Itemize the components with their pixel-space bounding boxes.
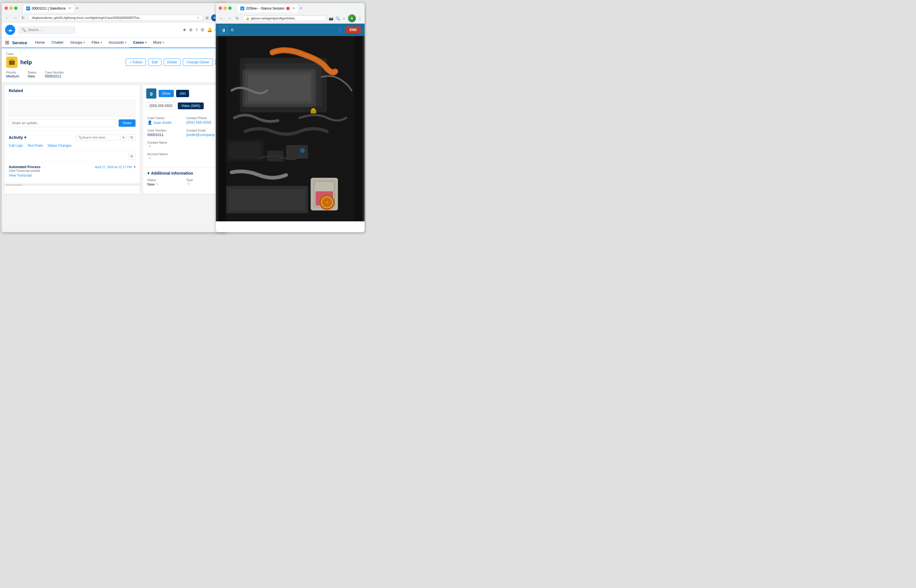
close-button[interactable]	[5, 6, 8, 10]
glance-title-bar: g 2fJ5irw- - Glance Session ✕ +	[216, 3, 364, 13]
account-name-edit-icon[interactable]: ✎	[149, 156, 151, 160]
sf-help-icon[interactable]: ?	[196, 27, 198, 32]
glance-star-icon[interactable]: ☆	[342, 16, 346, 21]
sf-new-tab-button[interactable]: +	[76, 6, 78, 11]
additional-info-toggle[interactable]: ▾ Additional Information	[147, 171, 220, 175]
type-edit-icon[interactable]: ✎	[188, 182, 190, 186]
minimize-button[interactable]	[9, 6, 13, 10]
feed-refresh-button[interactable]: ↻	[128, 153, 136, 160]
contact-email-value[interactable]: jsmith@company....	[186, 132, 218, 137]
glance-end-button[interactable]: END	[346, 26, 361, 33]
sf-nav-cases[interactable]: Cases ▾	[129, 37, 150, 48]
glance-join-button[interactable]: Join	[176, 90, 189, 97]
edit-button[interactable]: Edit	[148, 58, 162, 66]
case-owner-name[interactable]: Joan Smith	[153, 121, 172, 125]
activity-filter-button[interactable]: ≡	[120, 134, 126, 141]
sf-scrollbar-thumb[interactable]	[5, 184, 22, 186]
sf-app-name: Service	[12, 40, 27, 45]
sf-notifications-icon[interactable]: 🔔	[207, 27, 212, 32]
sf-grid-icon[interactable]: ⊞	[5, 39, 9, 45]
glance-app-header: g ⚙ 👤 END	[216, 24, 364, 36]
sf-address-bar[interactable]: dhglancedemo--g4sf3x.lightning.force.com…	[28, 15, 204, 21]
contact-email-label: Contact Email	[186, 129, 220, 132]
sf-nav-home[interactable]: Home	[32, 37, 48, 48]
glance-forward-button[interactable]: →	[227, 16, 232, 21]
sf-browser-tab[interactable]: SF 00001011 | Salesforce ✕	[23, 4, 74, 12]
chatter-post-area	[9, 100, 136, 117]
contact-phone-value[interactable]: (555) 555-5555	[186, 120, 211, 124]
activity-item-dropdown[interactable]: ▾	[134, 165, 136, 169]
glance-address-bar[interactable]: 🔒 glance.net/agentjoin/AgentView...	[242, 16, 327, 21]
glance-settings-icon[interactable]: ⚙	[230, 27, 234, 32]
activity-title: Activity ▾	[9, 135, 26, 140]
glance-minimize-button[interactable]	[223, 6, 227, 10]
activity-refresh-button[interactable]: ↻	[128, 134, 136, 141]
view-transcript-link[interactable]: View Transcript	[9, 173, 32, 178]
activity-item: Automated Process Chat Transcript posted…	[9, 162, 136, 180]
case-number: Case Number 00001011	[45, 71, 64, 78]
sf-back-button[interactable]: ←	[5, 16, 10, 20]
glance-menu-icon[interactable]: ⋮	[358, 16, 362, 21]
glance-zoom-icon[interactable]: 🔍	[336, 16, 340, 21]
sf-reload-button[interactable]: ↻	[20, 16, 26, 20]
sf-nav-files[interactable]: Files ▾	[88, 37, 105, 48]
share-update-input[interactable]	[9, 119, 117, 127]
glance-tab-close[interactable]: ✕	[293, 6, 295, 10]
sf-nav-chatter[interactable]: Chatter	[48, 37, 67, 48]
glance-tab-bar: g 2fJ5irw- - Glance Session ✕ +	[234, 4, 305, 12]
glance-close-button[interactable]	[218, 6, 222, 10]
share-button[interactable]: Share	[119, 120, 136, 127]
activity-tab-call-logs[interactable]: Call Logs	[9, 144, 23, 150]
svg-text:☁: ☁	[8, 27, 12, 32]
glance-browser-tab[interactable]: g 2fJ5irw- - Glance Session ✕	[237, 4, 299, 12]
account-name-field: Account Name ✎	[147, 152, 220, 160]
sf-bookmark-icon[interactable]: ☆	[197, 16, 200, 20]
sf-add-icon[interactable]: ⊕	[189, 27, 193, 32]
glance-new-tab-button[interactable]: +	[300, 6, 302, 11]
sf-nav-accounts-arrow: ▾	[125, 41, 126, 44]
glance-user-avatar[interactable]: A	[348, 15, 356, 22]
contact-name-edit-icon[interactable]: ✎	[149, 145, 151, 149]
change-owner-button[interactable]: Change Owner	[183, 58, 213, 66]
sf-nav-groups[interactable]: Groups ▾	[67, 37, 89, 48]
activity-item-header: Automated Process Chat Transcript posted…	[9, 165, 136, 172]
glance-camera-icon[interactable]: 📷	[329, 16, 333, 21]
activity-poster: Automated Process	[9, 165, 40, 169]
sf-window-controls	[5, 6, 18, 10]
type-label: Type	[186, 178, 220, 182]
case-title-row: help + Follow Edit Delete Change Owner ▾	[6, 57, 222, 68]
activity-dropdown-icon[interactable]: ▾	[24, 135, 26, 140]
glance-record-icon	[286, 7, 290, 10]
sf-search-input[interactable]	[28, 28, 67, 32]
sf-tab-close[interactable]: ✕	[68, 6, 71, 10]
delete-button[interactable]: Delete	[164, 58, 181, 66]
follow-button[interactable]: + Follow	[126, 58, 146, 66]
sf-nav-more[interactable]: More ▾	[150, 37, 168, 48]
case-number-value: 00001011	[45, 74, 61, 78]
activity-search-input[interactable]	[82, 136, 116, 139]
case-title: help	[20, 59, 32, 66]
activity-tab-text-posts[interactable]: Text Posts	[28, 144, 43, 150]
glance-show-button[interactable]: Show	[159, 90, 174, 97]
case-icon-title: help	[6, 57, 32, 68]
sf-forward-button[interactable]: →	[12, 16, 18, 20]
svg-rect-34	[218, 36, 363, 221]
maximize-button[interactable]	[14, 6, 18, 10]
glance-reload-button[interactable]: ↻	[235, 16, 240, 21]
case-details: Case Owner 👤 Joan Smith Contact Phone (5…	[143, 113, 224, 167]
sf-browser-chrome: SF 00001011 | Salesforce ✕ + ← → ↻ dhgla…	[2, 3, 227, 23]
glance-back-button[interactable]: ←	[218, 16, 224, 21]
related-panel: Related Share Activity ▾	[4, 85, 140, 194]
activity-tabs: Call Logs Text Posts Status Changes	[9, 144, 136, 150]
sf-settings-icon[interactable]: ⚙	[201, 27, 204, 32]
contact-email-field: Contact Email jsmith@company....	[186, 129, 220, 137]
sf-nav-accounts[interactable]: Accounts ▾	[105, 37, 129, 48]
status-type-row: Status New ✎ Type ✎	[147, 178, 220, 186]
video-sms-button[interactable]: Video (SMS)	[178, 102, 204, 109]
sf-extensions-icon[interactable]: ⊞	[206, 16, 209, 20]
glance-maximize-button[interactable]	[228, 6, 231, 10]
status-edit-icon[interactable]: ✎	[156, 183, 159, 186]
activity-search-wrap: 🔍	[76, 135, 119, 141]
activity-tab-status-changes[interactable]: Status Changes	[47, 144, 71, 150]
sf-star-icon[interactable]: ★	[183, 27, 186, 32]
